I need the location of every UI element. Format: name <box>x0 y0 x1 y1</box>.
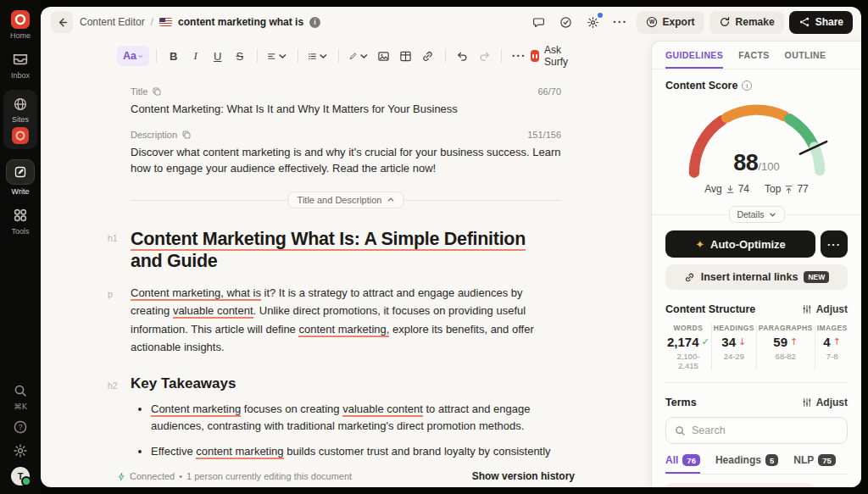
ellipsis-icon: ··· <box>512 49 526 63</box>
terms-tab-nlp[interactable]: NLP75 <box>793 454 836 474</box>
terms-search-input[interactable] <box>692 425 838 436</box>
surfer-logo-icon <box>11 10 30 29</box>
sidebar-label: Sites <box>12 115 29 124</box>
pen-icon <box>348 50 358 63</box>
export-button[interactable]: W Export <box>637 11 704 34</box>
avg-label: Avg <box>704 183 721 195</box>
sidebar-sites-group: Sites <box>3 90 37 149</box>
table-icon <box>399 50 412 63</box>
terms-tab-headings[interactable]: Headings5 <box>715 454 778 474</box>
insert-table-button[interactable] <box>396 46 416 66</box>
ask-surfy-button[interactable]: Ask Surfy <box>531 44 575 68</box>
panel-tab-guidelines[interactable]: GUIDELINES <box>665 50 723 69</box>
breadcrumb-separator: / <box>151 16 153 28</box>
check-circle-button[interactable] <box>555 11 577 33</box>
settings-gear-icon[interactable] <box>13 443 28 458</box>
panel-body: Content Score i 88/100 <box>652 69 861 487</box>
document-block-ul[interactable]: Content marketing focuses on creating va… <box>131 401 561 462</box>
details-toggle[interactable]: Details <box>728 206 784 223</box>
highlight-pen-dropdown[interactable] <box>345 46 371 66</box>
chevron-down-icon <box>319 50 328 63</box>
document-block-p[interactable]: pContent marketing, what is it? It is a … <box>131 284 561 357</box>
text-style-dropdown[interactable]: Aa <box>117 46 149 66</box>
info-icon[interactable]: i <box>742 80 752 91</box>
copy-icon[interactable] <box>181 130 192 140</box>
align-dropdown[interactable] <box>264 46 290 66</box>
surfer-workspace-icon[interactable] <box>12 127 29 144</box>
block-type-gutter-label: p <box>108 289 113 299</box>
structure-adjust-button[interactable]: Adjust <box>802 303 848 315</box>
insert-internal-links-button[interactable]: Insert internal links NEW <box>665 264 848 290</box>
term-highlighted-text: Content marketing <box>151 402 241 417</box>
bullet-item[interactable]: Effective content marketing builds custo… <box>151 443 561 462</box>
term-highlighted-text: valuable content <box>173 304 253 319</box>
auto-optimize-button[interactable]: ✦ Auto-Optimize <box>665 230 815 258</box>
inbox-icon <box>11 50 30 69</box>
body-text: Key Takeaways <box>131 375 236 391</box>
strikethrough-button[interactable]: S <box>230 46 250 66</box>
document-body[interactable]: h1Content Marketing What Is: A Simple De… <box>131 228 561 463</box>
panel-tab-facts[interactable]: FACTS <box>738 50 769 69</box>
sidebar-item-home[interactable]: Home <box>10 10 31 40</box>
info-icon[interactable]: i <box>309 17 320 28</box>
svg-text:?: ? <box>19 423 23 431</box>
us-flag-icon <box>159 18 172 26</box>
toolbar-more-button[interactable]: ··· <box>509 46 529 66</box>
formatting-toolbar: Aa BIUS <box>117 37 575 73</box>
term-chip[interactable]: content marketing what is2/1↓ <box>665 483 815 487</box>
app-window: Home Inbox Sites Write <box>0 0 868 494</box>
underline-button[interactable]: U <box>208 46 228 66</box>
write-pen-icon <box>6 159 35 185</box>
terms-chip-list: content marketing what is2/1↓content mar… <box>665 483 848 487</box>
redo-button[interactable] <box>474 46 494 66</box>
insert-link-button[interactable] <box>418 46 438 66</box>
content-score-gauge: 88/100 <box>676 93 837 178</box>
share-button[interactable]: Share <box>789 11 853 34</box>
stat-headings: HEADINGS34↓24-29 <box>711 324 756 370</box>
settings-gear-button[interactable] <box>582 11 604 33</box>
show-version-history-link[interactable]: Show version history <box>472 470 575 482</box>
document-block-h2[interactable]: h2Key Takeaways <box>131 375 561 392</box>
chevron-up-icon <box>387 196 394 203</box>
sidebar-item-write[interactable]: Write <box>6 159 35 196</box>
comments-button[interactable] <box>528 11 550 33</box>
bold-button[interactable]: B <box>164 46 184 66</box>
search-icon[interactable] <box>13 383 28 398</box>
arrow-down-icon: ↓ <box>800 487 807 488</box>
term-highlighted-text: content marketing, <box>298 323 389 337</box>
user-avatar[interactable]: T <box>11 467 30 486</box>
surfy-icon <box>531 50 539 62</box>
list-dropdown[interactable] <box>304 46 331 66</box>
sidebar-item-tools[interactable]: Tools <box>11 206 30 236</box>
seo-description-input[interactable]: Discover what content marketing is and w… <box>131 144 561 177</box>
breadcrumb-page-title[interactable]: content marketing what is <box>178 16 303 28</box>
insert-image-button[interactable] <box>374 46 394 66</box>
remake-button[interactable]: Remake <box>709 11 784 34</box>
arrow-up-to-line-icon <box>784 185 793 194</box>
chevron-down-icon <box>359 50 369 63</box>
globe-icon[interactable] <box>13 97 28 112</box>
auto-optimize-more-button[interactable]: ··· <box>821 230 848 258</box>
bullet-item[interactable]: Content marketing focuses on creating va… <box>151 401 561 436</box>
avg-value: 74 <box>738 183 749 195</box>
copy-icon[interactable] <box>152 86 162 97</box>
italic-button[interactable]: I <box>186 46 206 66</box>
terms-tab-all[interactable]: All76 <box>665 454 700 474</box>
top-value: 77 <box>797 183 808 195</box>
panel-tab-outline[interactable]: OUTLINE <box>785 50 826 69</box>
breadcrumb-section[interactable]: Content Editor <box>80 16 145 28</box>
undo-button[interactable] <box>452 46 472 66</box>
document-block-h1[interactable]: h1Content Marketing What Is: A Simple De… <box>131 228 561 272</box>
help-icon[interactable]: ? <box>13 419 28 435</box>
terms-adjust-button[interactable]: Adjust <box>802 397 848 408</box>
back-button[interactable] <box>51 11 73 33</box>
sidebar-item-inbox[interactable]: Inbox <box>11 50 30 80</box>
terms-header: Terms Adjust <box>665 397 848 408</box>
title-description-toggle[interactable]: Title and Description <box>288 191 404 208</box>
title-label: Title <box>131 86 147 97</box>
sparkle-icon: ✦ <box>695 238 704 251</box>
count-badge: 75 <box>818 454 836 466</box>
seo-title-input[interactable]: Content Marketing: What Is It and Why It… <box>131 101 561 118</box>
more-options-button[interactable]: ··· <box>609 11 632 33</box>
document-scroll-area[interactable]: Title 66/70 Content Marketing: What Is I… <box>41 71 651 462</box>
